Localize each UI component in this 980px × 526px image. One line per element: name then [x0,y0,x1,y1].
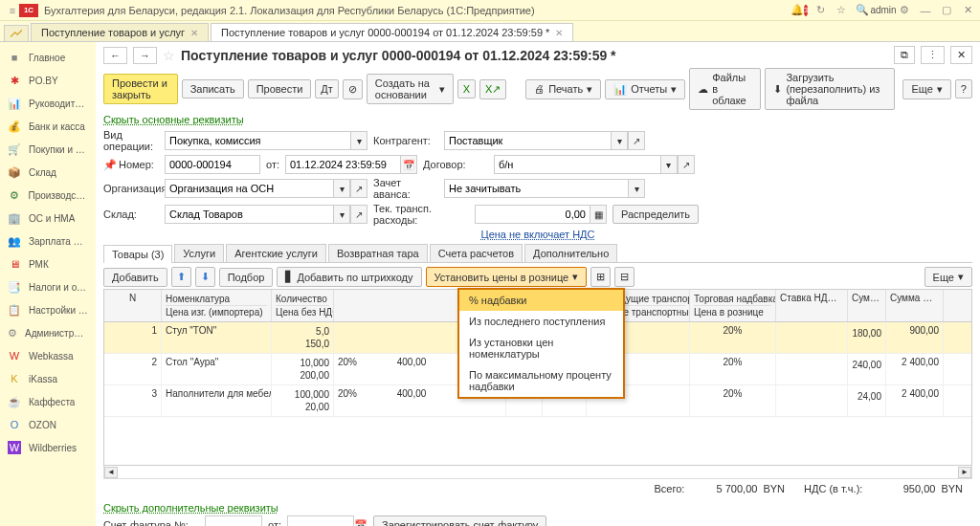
menu-icon[interactable]: ≡ [6,4,19,17]
distribute-button[interactable]: Распределить [612,205,699,224]
column-icon-1[interactable]: ⊞ [590,267,611,287]
move-down-icon[interactable]: ⬇ [195,267,215,287]
sidebar-item-taxes[interactable]: 📑Налоги и отчетность [0,275,96,298]
maximize-icon[interactable]: ▢ [940,4,953,17]
pick-button[interactable]: Подбор [219,268,274,287]
save-button[interactable]: Записать [182,79,244,99]
transport-field[interactable] [475,205,590,224]
settings-icon[interactable]: ⚙ [898,4,911,17]
move-up-icon[interactable]: ⬆ [171,267,191,287]
advance-field[interactable] [444,179,628,198]
search-icon[interactable]: 🔍 [856,4,869,17]
dropdown-icon[interactable]: ▾ [333,179,350,198]
menu-dots-icon[interactable]: ⋮ [921,46,945,64]
dropdown-icon[interactable]: ▾ [628,179,645,198]
sidebar-item-rmk[interactable]: 🖥РМК [0,252,96,275]
close-icon[interactable]: ✕ [555,28,563,38]
excel-icon[interactable]: X [457,79,476,99]
sidebar-item-assets[interactable]: 🏢ОС и НМА [0,207,96,230]
menu-item-price-setting[interactable]: Из установки цен номенклатуры [459,332,623,364]
nav-forward-button[interactable]: → [133,47,157,64]
load-from-file-button[interactable]: ⬇ Загрузить (перезаполнить) из файла [765,68,895,110]
dropdown-icon[interactable]: ▾ [333,205,350,224]
post-button[interactable]: Провести [248,79,312,99]
register-invoice-button[interactable]: Зарегистрировать счет-фактуру [373,515,546,526]
sidebar-item-webkassa[interactable]: WWebkassa [0,344,96,367]
tab-goods[interactable]: Товары (3) [103,245,172,263]
minimize-icon[interactable]: — [919,4,932,17]
sidebar-item-wildberries[interactable]: WWildberries [0,436,96,459]
sidebar-item-settings[interactable]: 📋Настройки учета [0,298,96,321]
menu-item-markup-pct[interactable]: % надбавки [459,290,623,311]
close-window-icon[interactable]: ✕ [961,4,974,17]
hide-extra-link[interactable]: Скрыть дополнительные реквизиты [103,502,278,514]
contract-field[interactable] [494,155,660,174]
sidebar-item-bank[interactable]: 💰Банк и касса [0,115,96,138]
open-icon[interactable]: ↗ [678,155,695,174]
sidebar-item-ozon[interactable]: OOZON [0,413,96,436]
tab-doc-current[interactable]: Поступление товаров и услуг 0000-000194 … [211,23,573,41]
sidebar-item-main[interactable]: ■Главное [0,46,96,69]
open-icon[interactable]: ↗ [350,179,368,198]
user-label[interactable]: admin [877,4,890,17]
close-icon[interactable]: ✕ [190,28,198,38]
help-button[interactable]: ? [955,79,972,99]
favorite-star-icon[interactable]: ☆ [163,48,175,63]
open-icon[interactable]: ↗ [350,205,368,224]
close-doc-icon[interactable]: ✕ [950,46,972,64]
operation-field[interactable] [165,131,350,150]
home-tab-button[interactable] [4,25,29,41]
popout-icon[interactable]: ⧉ [894,46,915,64]
tab-additional[interactable]: Дополнительно [524,244,617,262]
org-field[interactable] [165,179,333,198]
number-field[interactable] [165,155,260,174]
sidebar-item-hr[interactable]: 👥Зарплата и кадры [0,230,96,252]
dropdown-icon[interactable]: ▾ [660,155,678,174]
dt-kt-icon[interactable]: Дт [315,79,339,99]
post-and-close-button[interactable]: Провести и закрыть [103,74,178,104]
calendar-icon[interactable]: 📅 [400,155,417,174]
dropdown-icon[interactable]: ▾ [350,131,368,150]
tab-return-tara[interactable]: Возвратная тара [328,244,428,262]
more-button[interactable]: Еще ▾ [902,79,950,99]
create-based-button[interactable]: Создать на основании ▾ [367,74,454,104]
tab-services[interactable]: Услуги [174,244,224,262]
table-more-button[interactable]: Еще ▾ [924,267,972,287]
sidebar-item-sales[interactable]: 🛒Покупки и продажи [0,138,96,161]
invoice-date-field[interactable] [287,515,354,526]
excel-export-icon[interactable]: X↗ [479,79,506,99]
star-icon[interactable]: ☆ [835,4,848,17]
menu-item-max-markup[interactable]: По максимальному проценту надбавки [459,364,623,397]
sidebar-item-ikassa[interactable]: KiKassa [0,367,96,390]
sidebar-item-production[interactable]: ⚙Производство [0,184,96,207]
tab-doc-list[interactable]: Поступление товаров и услуг ✕ [31,23,209,41]
date-field[interactable] [285,155,400,174]
unpost-icon[interactable]: ⊘ [343,79,363,99]
dropdown-icon[interactable]: ▾ [611,131,628,150]
warehouse-field[interactable] [165,205,333,224]
sidebar-item-warehouse[interactable]: 📦Склад [0,161,96,184]
history-icon[interactable]: ↻ [813,4,827,17]
column-icon-2[interactable]: ⊟ [614,267,635,287]
sidebar-item-poby[interactable]: ✱PO.BY [0,69,96,92]
tab-accounts[interactable]: Счета расчетов [430,244,523,262]
sidebar-item-manager[interactable]: 📊Руководителю [0,92,96,115]
counterparty-field[interactable] [444,131,611,150]
hide-main-details-link[interactable]: Скрыть основные реквизиты [103,114,244,125]
print-button[interactable]: 🖨 Печать ▾ [525,79,601,99]
horizontal-scrollbar[interactable]: ◄► [103,466,972,479]
price-vat-link[interactable]: Цена не включает НДС [481,229,595,240]
tab-agent-services[interactable]: Агентские услуги [226,244,326,262]
calc-icon[interactable]: ▦ [590,205,607,224]
nav-back-button[interactable]: ← [103,47,127,64]
calendar-icon[interactable]: 📅 [354,519,368,526]
add-by-barcode-button[interactable]: ▋ Добавить по штрихкоду [277,267,421,287]
set-retail-prices-button[interactable]: Установить цены в рознице ▾ [426,267,588,287]
bell-icon[interactable]: 🔔3 [792,4,806,17]
open-icon[interactable]: ↗ [628,131,645,150]
invoice-no-field[interactable] [205,515,262,526]
add-row-button[interactable]: Добавить [103,268,167,287]
reports-button[interactable]: 📊 Отчеты ▾ [605,79,685,99]
cloud-files-button[interactable]: ☁ Файлы в облаке [689,68,761,110]
menu-item-last-receipt[interactable]: Из последнего поступления [459,311,623,332]
